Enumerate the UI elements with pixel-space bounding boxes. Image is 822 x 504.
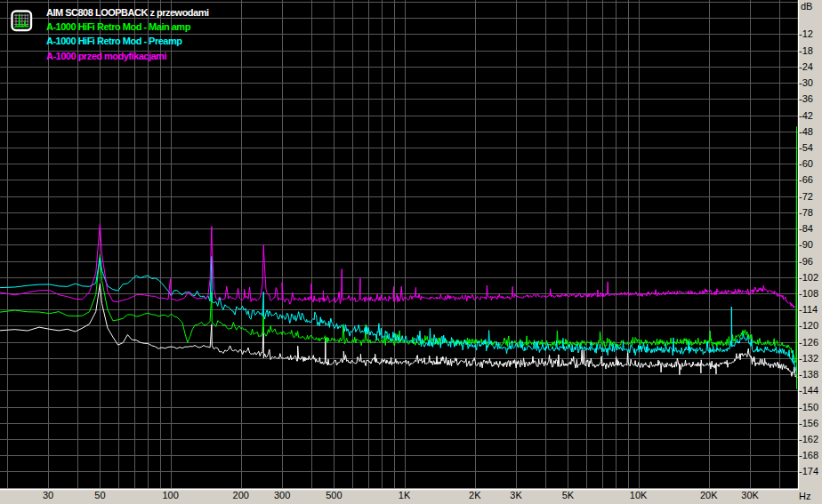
- svg-text:-150: -150: [799, 402, 818, 412]
- svg-text:3K: 3K: [510, 490, 522, 500]
- svg-text:-132: -132: [799, 353, 818, 364]
- svg-text:-30: -30: [799, 77, 813, 88]
- svg-text:-156: -156: [799, 418, 818, 428]
- svg-text:2K: 2K: [469, 490, 481, 500]
- svg-text:-174: -174: [799, 466, 818, 476]
- svg-text:A-1000 HiFi Retro Mod - Preamp: A-1000 HiFi Retro Mod - Preamp: [46, 36, 182, 46]
- svg-text:1K: 1K: [399, 490, 411, 500]
- svg-text:-144: -144: [799, 385, 818, 396]
- svg-text:-168: -168: [799, 450, 818, 460]
- svg-text:-60: -60: [799, 158, 813, 169]
- svg-text:-78: -78: [799, 207, 813, 218]
- svg-text:-138: -138: [799, 369, 818, 380]
- svg-text:-66: -66: [799, 174, 813, 185]
- svg-text:-114: -114: [799, 304, 818, 315]
- svg-text:-72: -72: [799, 191, 813, 202]
- svg-text:-162: -162: [799, 434, 818, 444]
- svg-text:dB: dB: [801, 1, 812, 12]
- svg-text:5K: 5K: [562, 490, 575, 500]
- svg-text:50: 50: [94, 490, 105, 500]
- svg-text:AIM SC808 LOOPBACK z przewodam: AIM SC808 LOOPBACK z przewodami: [46, 7, 209, 18]
- svg-text:-36: -36: [799, 93, 813, 104]
- svg-text:300: 300: [274, 490, 290, 500]
- svg-text:-90: -90: [799, 239, 813, 250]
- svg-text:-96: -96: [799, 256, 813, 267]
- svg-text:-48: -48: [799, 126, 813, 137]
- svg-text:-120: -120: [799, 320, 818, 331]
- svg-text:30: 30: [43, 490, 53, 500]
- svg-text:A-1000 przed modyfikacjami: A-1000 przed modyfikacjami: [46, 51, 166, 61]
- svg-text:-24: -24: [799, 61, 813, 72]
- svg-text:Hz: Hz: [799, 491, 810, 501]
- svg-text:10K: 10K: [630, 490, 648, 500]
- svg-text:200: 200: [233, 490, 249, 500]
- svg-text:A-1000 HiFi Retro Mod - Main a: A-1000 HiFi Retro Mod - Main amp: [46, 21, 191, 32]
- svg-text:-54: -54: [799, 142, 813, 153]
- svg-text:-18: -18: [799, 45, 813, 56]
- svg-text:-42: -42: [799, 110, 813, 121]
- svg-text:-12: -12: [799, 28, 813, 39]
- svg-text:30K: 30K: [741, 490, 759, 500]
- svg-text:-108: -108: [799, 288, 818, 299]
- svg-text:20K: 20K: [700, 490, 718, 500]
- svg-text:-126: -126: [799, 337, 818, 348]
- svg-text:-84: -84: [799, 223, 813, 234]
- svg-text:500: 500: [326, 490, 342, 500]
- svg-text:-102: -102: [799, 272, 818, 283]
- svg-text:100: 100: [162, 490, 178, 500]
